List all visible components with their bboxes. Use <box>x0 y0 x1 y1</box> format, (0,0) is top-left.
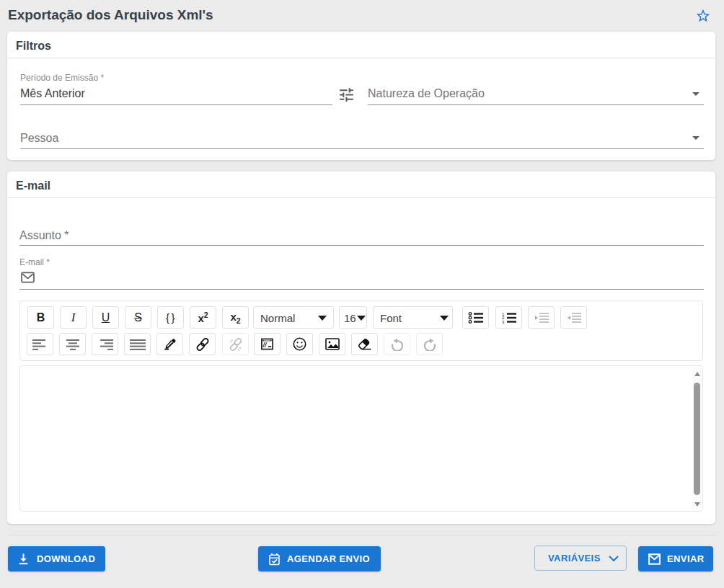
svg-text:3: 3 <box>502 320 505 324</box>
svg-text://: // <box>262 342 268 349</box>
